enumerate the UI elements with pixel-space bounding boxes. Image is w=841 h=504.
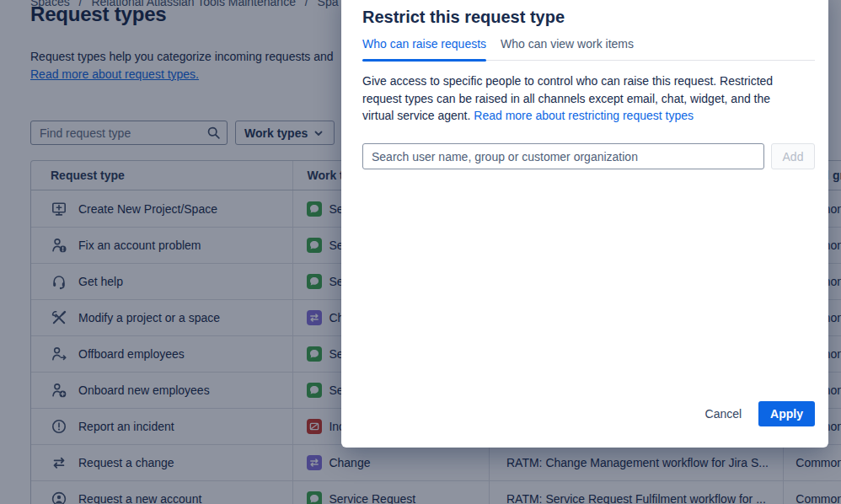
cancel-button[interactable]: Cancel <box>694 401 754 426</box>
add-button[interactable]: Add <box>771 143 815 169</box>
tab-who-can-view-work-items[interactable]: Who can view work items <box>501 36 634 51</box>
dialog-tabs: Who can raise requests Who can view work… <box>362 36 815 61</box>
dialog-description: Give access to specific people to contro… <box>362 72 795 125</box>
app-viewport: Spaces / Relational Atlassian Tools Main… <box>0 0 841 504</box>
dialog-title: Restrict this request type <box>362 7 565 27</box>
restrict-request-type-dialog: Restrict this request type Who can raise… <box>341 0 828 448</box>
tab-who-can-raise-requests[interactable]: Who can raise requests <box>362 36 486 51</box>
apply-button[interactable]: Apply <box>758 401 815 426</box>
restriction-search-input[interactable] <box>362 143 764 169</box>
dialog-footer: Cancel Apply <box>694 401 815 426</box>
read-more-restricting-link[interactable]: Read more about restricting request type… <box>474 109 694 122</box>
restriction-search-row: Add <box>362 143 815 169</box>
